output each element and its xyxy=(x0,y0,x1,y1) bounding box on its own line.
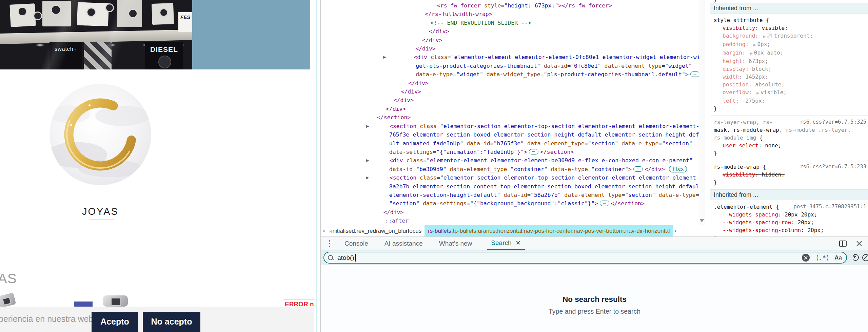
dom-tree-line[interactable]: </rs-fullwidth-wrap> xyxy=(323,10,697,18)
css-property[interactable]: background: ▶transparent; xyxy=(714,32,866,40)
code-token: "pls-product-categories-thumbnail.defaul… xyxy=(544,71,685,78)
expand-value-icon[interactable]: ▶ xyxy=(763,33,766,40)
tab-whats-new[interactable]: What's new xyxy=(438,237,474,250)
expand-value-icon[interactable]: ▶ xyxy=(753,41,756,49)
css-property[interactable]: --widgets-spacing-column: 20px; xyxy=(714,226,866,234)
code-token: data-element_type xyxy=(527,140,585,147)
code-token: data-id xyxy=(467,140,490,147)
dom-tree-line[interactable]: </div> xyxy=(323,105,697,113)
stylesheet-source-link[interactable]: rs6.css?ver=6.7.5:233 xyxy=(798,163,866,171)
dom-tree-line[interactable]: ▶<div class="elementor-element elementor… xyxy=(323,156,697,165)
css-rule[interactable]: .elementor-element {post-3475.c…77082995… xyxy=(710,200,868,236)
css-property[interactable]: position: absolute; xyxy=(714,81,866,88)
css-property[interactable]: user-select: none; xyxy=(714,142,866,149)
expand-inline-button[interactable]: ⋯ xyxy=(600,201,609,206)
tab-search[interactable]: Search ✕ xyxy=(487,237,525,250)
dom-tree-line[interactable]: ::after xyxy=(323,216,697,225)
dom-tree-line[interactable]: data-e-type="widget" data-widget_type="p… xyxy=(323,70,697,79)
code-token: 8a2b7b elementor-section-content-top ele… xyxy=(389,183,703,190)
css-rule[interactable]: style attribute {visibility: visible;bac… xyxy=(710,14,868,116)
expand-arrow-icon[interactable]: ▶ xyxy=(366,173,369,182)
expand-arrow-icon[interactable]: ▶ xyxy=(366,122,369,130)
tab-console[interactable]: Console xyxy=(343,237,370,250)
dom-tree-line[interactable]: </section> xyxy=(323,113,697,122)
category-image-joyas[interactable] xyxy=(50,84,151,185)
code-token: = xyxy=(567,63,571,69)
css-property[interactable]: display: block; xyxy=(714,65,866,73)
css-rule[interactable]: rs-layer-wrap, rs-mask, rs-module-wrap, … xyxy=(710,116,868,160)
css-property[interactable]: overflow: ▶visible; xyxy=(714,88,866,97)
stylesheet-source-link[interactable]: rs6.css?ver=6.7.5:325 xyxy=(798,118,866,126)
refresh-search-icon[interactable] xyxy=(852,254,859,261)
dock-side-icon[interactable] xyxy=(839,241,847,247)
css-property[interactable]: left: -275px; xyxy=(714,97,866,105)
css-property[interactable]: --widgets-spacing: 20px 20px; xyxy=(714,211,866,219)
breadcrumb-item-selected[interactable]: rs-bullets.tp-bullets.uranus.horizontal.… xyxy=(425,225,673,236)
match-case-toggle[interactable]: Aa xyxy=(834,254,842,261)
dom-tree-line[interactable]: </div> xyxy=(323,36,697,44)
rule-closing-brace: } xyxy=(714,149,866,157)
css-property[interactable]: visibility: hidden; xyxy=(714,171,866,179)
tab-ai-assistance[interactable]: AI assistance xyxy=(383,237,424,250)
dom-tree-line[interactable]: </div> xyxy=(323,208,697,216)
code-token: <div xyxy=(390,157,407,164)
code-token: data-element_type xyxy=(564,192,622,198)
clear-input-icon[interactable] xyxy=(802,254,810,262)
expand-arrow-icon[interactable]: ▶ xyxy=(366,156,369,165)
dom-tree-line[interactable]: ult animated fadeInUp" data-id="b765f3e"… xyxy=(323,139,697,148)
css-property[interactable]: margin: ▶0px auto; xyxy=(714,49,866,57)
dom-tree-line[interactable]: "section" data-settings="{"background_ba… xyxy=(323,199,697,208)
dom-tree-line[interactable]: 765f3e elementor-section-boxed elementor… xyxy=(323,130,697,139)
expand-inline-button[interactable]: ⋯ xyxy=(633,166,643,172)
regex-toggle[interactable]: (.*) xyxy=(815,254,829,261)
close-drawer-icon[interactable] xyxy=(856,241,862,247)
css-property[interactable]: width: 1452px; xyxy=(714,73,866,81)
tab-close-icon[interactable]: ✕ xyxy=(516,240,521,246)
css-property-name: height xyxy=(723,58,742,64)
cookie-accept-button[interactable]: Acepto xyxy=(92,312,138,332)
dom-tree-line[interactable]: ▶<section class="elementor-section eleme… xyxy=(323,122,697,130)
expand-inline-button[interactable]: ⋯ xyxy=(529,149,538,154)
dom-tree-line[interactable]: </div> xyxy=(323,79,697,87)
expand-inline-button[interactable]: ⋯ xyxy=(690,71,700,77)
scroll-down-arrow-icon[interactable] xyxy=(699,219,704,222)
dom-tree-line[interactable]: ▶<div class="elementor-element elementor… xyxy=(323,53,697,61)
code-token: elementor-section-height-default" xyxy=(389,192,504,198)
flex-badge[interactable]: flex xyxy=(669,166,687,172)
dom-scrollbar[interactable] xyxy=(699,0,705,225)
dom-tree-line[interactable]: 8a2b7b elementor-section-content-top ele… xyxy=(323,182,697,191)
dom-tree-line[interactable]: data-settings="{"animation":"fadeInUp"}"… xyxy=(323,148,697,156)
dom-tree-line[interactable]: data-id="be309d9" data-element_type="con… xyxy=(323,165,697,173)
css-property[interactable]: padding: ▶0px; xyxy=(714,40,866,49)
css-property[interactable]: visibility: visible; xyxy=(714,24,866,32)
expand-value-icon[interactable]: ▶ xyxy=(750,49,753,57)
category-title[interactable]: JOYAS xyxy=(50,206,151,217)
cookie-decline-button[interactable]: No acepto xyxy=(143,312,200,332)
more-tools-icon[interactable] xyxy=(326,237,333,250)
css-property[interactable]: --widgets-spacing-row: 20px; xyxy=(714,219,866,226)
expand-value-icon[interactable]: ▶ xyxy=(756,89,759,97)
breadcrumb-item-previous[interactable]: -initialised.rev_redraw_on_blurfocus xyxy=(326,225,425,236)
clipped-section-heading: AS xyxy=(0,271,17,286)
expand-arrow-icon[interactable]: ▶ xyxy=(383,53,386,61)
code-token: </div> xyxy=(394,97,414,103)
dom-tree-line[interactable]: <rs-fw-forcer style="height: 673px;"></r… xyxy=(323,1,697,10)
breadcrumb-scroll-left-icon[interactable]: ◂ xyxy=(321,225,326,236)
css-property[interactable]: height: 673px; xyxy=(714,57,866,65)
css-rule[interactable]: rs-module-wrap {rs6.css?ver=6.7.5:233vis… xyxy=(710,160,868,189)
dom-tree-line[interactable]: <!-- END REVOLUTION SLIDER --> xyxy=(323,19,697,27)
clear-results-icon[interactable] xyxy=(862,254,868,261)
stylesheet-source-link[interactable]: post-3475.c…770829951:1 xyxy=(791,203,866,211)
dom-tree-line[interactable]: elementor-section-height-default" data-i… xyxy=(323,191,697,199)
dom-tree-line[interactable]: </div> xyxy=(323,44,697,53)
dom-tree-line[interactable]: ▶<section class="elementor-section eleme… xyxy=(323,173,697,182)
code-token: > xyxy=(685,71,689,78)
dom-tree-line[interactable]: </div> xyxy=(323,87,697,96)
dom-tree-line[interactable]: </div> xyxy=(323,96,697,104)
search-input[interactable]: atob() (.*) Aa xyxy=(323,252,847,264)
dom-tree-line[interactable]: </div> xyxy=(323,27,697,36)
breadcrumb-scroll-right-icon[interactable]: ▸ xyxy=(673,225,679,236)
color-swatch[interactable] xyxy=(767,34,772,38)
dom-tree-line[interactable]: get-pls-product-categories-thumbnail" da… xyxy=(323,62,697,70)
css-property-value: 20px 20px; xyxy=(785,211,817,218)
